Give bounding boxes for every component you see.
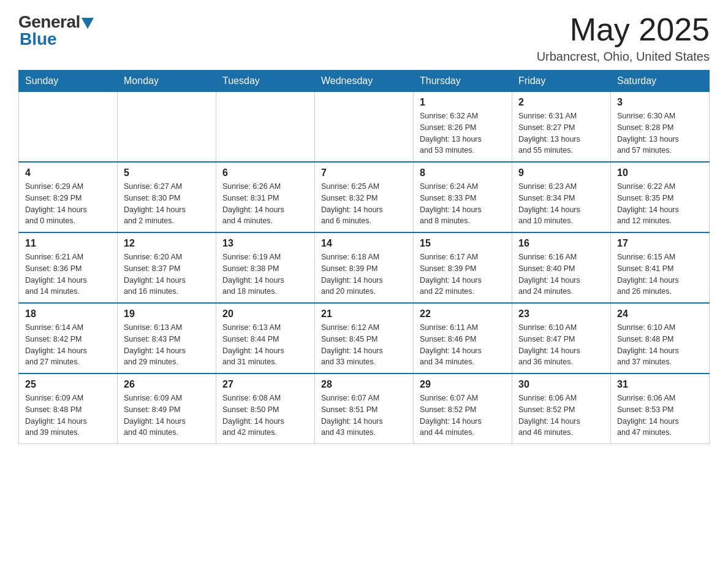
day-number: 30 xyxy=(518,379,604,390)
calendar-cell: 23Sunrise: 6:10 AMSunset: 8:47 PMDayligh… xyxy=(512,303,611,373)
day-number: 13 xyxy=(222,238,308,249)
day-info: Sunrise: 6:07 AMSunset: 8:51 PMDaylight:… xyxy=(321,393,407,439)
calendar-week-row-3: 11Sunrise: 6:21 AMSunset: 8:36 PMDayligh… xyxy=(19,232,710,303)
day-number: 8 xyxy=(420,167,506,178)
day-info: Sunrise: 6:22 AMSunset: 8:35 PMDaylight:… xyxy=(617,181,703,227)
day-info: Sunrise: 6:16 AMSunset: 8:40 PMDaylight:… xyxy=(518,251,604,297)
calendar-cell: 31Sunrise: 6:06 AMSunset: 8:53 PMDayligh… xyxy=(611,373,710,444)
day-number: 3 xyxy=(617,97,703,108)
day-info: Sunrise: 6:14 AMSunset: 8:42 PMDaylight:… xyxy=(25,322,111,368)
logo-arrow-icon xyxy=(82,18,94,29)
month-year-title: May 2025 xyxy=(537,12,710,47)
calendar-cell: 8Sunrise: 6:24 AMSunset: 8:33 PMDaylight… xyxy=(414,162,512,232)
calendar-cell: 6Sunrise: 6:26 AMSunset: 8:31 PMDaylight… xyxy=(216,162,315,232)
day-info: Sunrise: 6:31 AMSunset: 8:27 PMDaylight:… xyxy=(518,110,604,156)
day-info: Sunrise: 6:30 AMSunset: 8:28 PMDaylight:… xyxy=(617,110,703,156)
calendar-cell: 5Sunrise: 6:27 AMSunset: 8:30 PMDaylight… xyxy=(118,162,216,232)
day-info: Sunrise: 6:19 AMSunset: 8:38 PMDaylight:… xyxy=(222,251,308,297)
day-number: 11 xyxy=(25,238,111,249)
day-number: 15 xyxy=(420,238,506,249)
logo: General Blue xyxy=(18,12,94,49)
day-number: 27 xyxy=(222,379,308,390)
calendar-cell: 26Sunrise: 6:09 AMSunset: 8:49 PMDayligh… xyxy=(118,373,216,444)
day-number: 17 xyxy=(617,238,703,249)
day-number: 28 xyxy=(321,379,407,390)
day-info: Sunrise: 6:06 AMSunset: 8:52 PMDaylight:… xyxy=(518,393,604,439)
day-number: 2 xyxy=(518,97,604,108)
day-info: Sunrise: 6:27 AMSunset: 8:30 PMDaylight:… xyxy=(124,181,210,227)
calendar-header-monday: Monday xyxy=(118,71,216,92)
calendar-cell xyxy=(19,92,118,163)
day-info: Sunrise: 6:29 AMSunset: 8:29 PMDaylight:… xyxy=(25,181,111,227)
day-info: Sunrise: 6:13 AMSunset: 8:44 PMDaylight:… xyxy=(222,322,308,368)
day-number: 7 xyxy=(321,167,407,178)
calendar-cell: 17Sunrise: 6:15 AMSunset: 8:41 PMDayligh… xyxy=(611,232,710,303)
calendar-cell: 22Sunrise: 6:11 AMSunset: 8:46 PMDayligh… xyxy=(414,303,512,373)
day-number: 29 xyxy=(420,379,506,390)
calendar-cell: 24Sunrise: 6:10 AMSunset: 8:48 PMDayligh… xyxy=(611,303,710,373)
day-info: Sunrise: 6:25 AMSunset: 8:32 PMDaylight:… xyxy=(321,181,407,227)
day-info: Sunrise: 6:23 AMSunset: 8:34 PMDaylight:… xyxy=(518,181,604,227)
day-info: Sunrise: 6:10 AMSunset: 8:47 PMDaylight:… xyxy=(518,322,604,368)
calendar-cell: 14Sunrise: 6:18 AMSunset: 8:39 PMDayligh… xyxy=(315,232,414,303)
calendar-cell: 25Sunrise: 6:09 AMSunset: 8:48 PMDayligh… xyxy=(19,373,118,444)
calendar-cell xyxy=(315,92,414,163)
calendar-cell: 28Sunrise: 6:07 AMSunset: 8:51 PMDayligh… xyxy=(315,373,414,444)
calendar-week-row-4: 18Sunrise: 6:14 AMSunset: 8:42 PMDayligh… xyxy=(19,303,710,373)
day-info: Sunrise: 6:18 AMSunset: 8:39 PMDaylight:… xyxy=(321,251,407,297)
calendar-cell: 27Sunrise: 6:08 AMSunset: 8:50 PMDayligh… xyxy=(216,373,315,444)
day-info: Sunrise: 6:10 AMSunset: 8:48 PMDaylight:… xyxy=(617,322,703,368)
calendar-week-row-1: 1Sunrise: 6:32 AMSunset: 8:26 PMDaylight… xyxy=(19,92,710,163)
location-subtitle: Urbancrest, Ohio, United States xyxy=(537,50,710,64)
calendar-week-row-5: 25Sunrise: 6:09 AMSunset: 8:48 PMDayligh… xyxy=(19,373,710,444)
calendar-cell: 20Sunrise: 6:13 AMSunset: 8:44 PMDayligh… xyxy=(216,303,315,373)
day-info: Sunrise: 6:09 AMSunset: 8:48 PMDaylight:… xyxy=(25,393,111,439)
day-info: Sunrise: 6:11 AMSunset: 8:46 PMDaylight:… xyxy=(420,322,506,368)
page-header: General Blue May 2025 Urbancrest, Ohio, … xyxy=(18,12,710,64)
calendar-cell xyxy=(216,92,315,163)
day-info: Sunrise: 6:20 AMSunset: 8:37 PMDaylight:… xyxy=(124,251,210,297)
day-info: Sunrise: 6:12 AMSunset: 8:45 PMDaylight:… xyxy=(321,322,407,368)
calendar-cell: 19Sunrise: 6:13 AMSunset: 8:43 PMDayligh… xyxy=(118,303,216,373)
day-info: Sunrise: 6:07 AMSunset: 8:52 PMDaylight:… xyxy=(420,393,506,439)
calendar-header-tuesday: Tuesday xyxy=(216,71,315,92)
day-number: 31 xyxy=(617,379,703,390)
calendar-cell: 4Sunrise: 6:29 AMSunset: 8:29 PMDaylight… xyxy=(19,162,118,232)
calendar-header-sunday: Sunday xyxy=(19,71,118,92)
day-number: 12 xyxy=(124,238,210,249)
calendar-cell: 29Sunrise: 6:07 AMSunset: 8:52 PMDayligh… xyxy=(414,373,512,444)
title-area: May 2025 Urbancrest, Ohio, United States xyxy=(537,12,710,64)
day-number: 19 xyxy=(124,308,210,320)
day-number: 5 xyxy=(124,167,210,178)
calendar-week-row-2: 4Sunrise: 6:29 AMSunset: 8:29 PMDaylight… xyxy=(19,162,710,232)
day-number: 10 xyxy=(617,167,703,178)
day-number: 4 xyxy=(25,167,111,178)
calendar-header-thursday: Thursday xyxy=(414,71,512,92)
calendar-cell: 30Sunrise: 6:06 AMSunset: 8:52 PMDayligh… xyxy=(512,373,611,444)
day-number: 18 xyxy=(25,308,111,320)
day-number: 1 xyxy=(420,97,506,108)
day-info: Sunrise: 6:13 AMSunset: 8:43 PMDaylight:… xyxy=(124,322,210,368)
calendar-cell: 21Sunrise: 6:12 AMSunset: 8:45 PMDayligh… xyxy=(315,303,414,373)
day-info: Sunrise: 6:17 AMSunset: 8:39 PMDaylight:… xyxy=(420,251,506,297)
day-info: Sunrise: 6:09 AMSunset: 8:49 PMDaylight:… xyxy=(124,393,210,439)
calendar-cell: 2Sunrise: 6:31 AMSunset: 8:27 PMDaylight… xyxy=(512,92,611,163)
calendar-header-wednesday: Wednesday xyxy=(315,71,414,92)
day-number: 6 xyxy=(222,167,308,178)
calendar-cell: 11Sunrise: 6:21 AMSunset: 8:36 PMDayligh… xyxy=(19,232,118,303)
day-info: Sunrise: 6:21 AMSunset: 8:36 PMDaylight:… xyxy=(25,251,111,297)
calendar-cell: 7Sunrise: 6:25 AMSunset: 8:32 PMDaylight… xyxy=(315,162,414,232)
day-info: Sunrise: 6:26 AMSunset: 8:31 PMDaylight:… xyxy=(222,181,308,227)
calendar-header-saturday: Saturday xyxy=(611,71,710,92)
day-number: 20 xyxy=(222,308,308,320)
calendar-cell: 18Sunrise: 6:14 AMSunset: 8:42 PMDayligh… xyxy=(19,303,118,373)
day-number: 21 xyxy=(321,308,407,320)
logo-blue-text: Blue xyxy=(20,29,57,49)
day-number: 26 xyxy=(124,379,210,390)
calendar-cell: 10Sunrise: 6:22 AMSunset: 8:35 PMDayligh… xyxy=(611,162,710,232)
day-info: Sunrise: 6:32 AMSunset: 8:26 PMDaylight:… xyxy=(420,110,506,156)
calendar-cell: 12Sunrise: 6:20 AMSunset: 8:37 PMDayligh… xyxy=(118,232,216,303)
day-info: Sunrise: 6:15 AMSunset: 8:41 PMDaylight:… xyxy=(617,251,703,297)
calendar-cell: 15Sunrise: 6:17 AMSunset: 8:39 PMDayligh… xyxy=(414,232,512,303)
calendar-table: SundayMondayTuesdayWednesdayThursdayFrid… xyxy=(18,70,710,444)
